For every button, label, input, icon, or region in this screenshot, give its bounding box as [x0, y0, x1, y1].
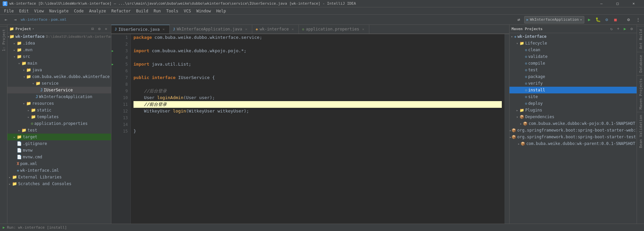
- tab-application.properties[interactable]: ⚙application.properties×: [299, 25, 369, 33]
- maven-item-14[interactable]: ▸📦org.springframework.boot:spring-boot-s…: [509, 127, 637, 134]
- tree-item-ScratchesConsoles[interactable]: ▸📁Scratches and Consoles: [7, 180, 111, 187]
- maven-item-2[interactable]: ⚙clean: [509, 47, 637, 53]
- maven-label-9: site: [528, 94, 538, 99]
- panel-dropdown-icon[interactable]: ▾: [32, 27, 34, 30]
- maven-item-0[interactable]: ▾◈wk-interface: [509, 33, 637, 40]
- side-tab-project[interactable]: 1: Project: [0, 26, 7, 54]
- toolbar-more-button[interactable]: ⋮: [634, 16, 642, 23]
- tab-close-wk-interface[interactable]: ×: [290, 27, 295, 31]
- maven-item-10[interactable]: ⚙deploy: [509, 100, 637, 107]
- tab-close-IUserService[interactable]: ×: [161, 27, 166, 32]
- minimize-button[interactable]: —: [594, 0, 609, 7]
- maven-item-9[interactable]: ⚙site: [509, 93, 637, 100]
- maven-item-16[interactable]: ▸📦com.buba.weike.dubbo:wk-parent:0.0.1-S…: [509, 140, 637, 147]
- toolbar-sync-button[interactable]: ⇄: [515, 16, 523, 23]
- menu-item-tools[interactable]: Tools: [164, 8, 181, 14]
- tab-close-application.properties[interactable]: ×: [361, 27, 366, 31]
- maximize-button[interactable]: □: [610, 0, 625, 7]
- code-line-11: //前台登录: [133, 101, 502, 108]
- code-line-6: [133, 68, 502, 74]
- tree-item-idea[interactable]: ▸📁.idea: [7, 40, 111, 47]
- toolbar-forward-button[interactable]: →: [11, 16, 19, 23]
- menu-item-build[interactable]: Build: [133, 8, 151, 14]
- menu-item-edit[interactable]: Edit: [16, 8, 32, 14]
- tree-item-com[interactable]: ▾📁com.buba.weike.dubbo.wkinterface: [7, 73, 111, 80]
- maven-item-8[interactable]: ⚙install: [509, 87, 637, 93]
- tab-WkInterfaceApplication[interactable]: JWkInterfaceApplication.java×: [170, 25, 252, 33]
- tree-item-WkInterfaceApplication[interactable]: JWkInterfaceApplication: [7, 93, 111, 100]
- tree-item-ExternalLibraries[interactable]: ▸📁External Libraries: [7, 174, 111, 180]
- menu-item-code[interactable]: Code: [71, 8, 87, 14]
- tree-item-static[interactable]: ▸📁static: [7, 107, 111, 113]
- tree-item-mvnw[interactable]: 📄mvnw: [7, 147, 111, 154]
- maven-settings-icon[interactable]: ⚙: [629, 26, 635, 32]
- tab-wk-interface[interactable]: ◈wk-interface×: [252, 25, 299, 33]
- tree-item-application.properties[interactable]: ⚙application.properties: [7, 120, 111, 127]
- menu-item-refactor[interactable]: Refactor: [109, 8, 133, 14]
- maven-item-3[interactable]: ⚙validate: [509, 53, 637, 60]
- maven-add-icon[interactable]: +: [615, 26, 621, 32]
- maven-run-icon[interactable]: ▶: [622, 26, 628, 32]
- debug-button[interactable]: 🐛: [594, 16, 602, 23]
- run-config-selector[interactable]: ▶ WkInterfaceApplication ▾: [524, 16, 584, 23]
- maven-item-5[interactable]: ⚙test: [509, 67, 637, 73]
- maven-item-1[interactable]: ▾📁Lifecycle: [509, 40, 637, 47]
- panel-gear-icon[interactable]: ⚙: [96, 26, 102, 32]
- menu-item-help[interactable]: Help: [214, 8, 229, 14]
- tree-item-templates[interactable]: ▸📁templates: [7, 113, 111, 120]
- maven-item-11[interactable]: ▸📁Plugins: [509, 107, 637, 113]
- tab-label-WkInterfaceApplication: WkInterfaceApplication.java: [177, 27, 242, 31]
- maven-item-6[interactable]: ⚙package: [509, 73, 637, 80]
- tree-item-service[interactable]: ▾📁service: [7, 80, 111, 87]
- code-content[interactable]: package com.buba.weike.dubbo.wkinterface…: [131, 34, 504, 224]
- right-side-tab-1[interactable]: Database: [637, 52, 644, 75]
- menu-item-file[interactable]: File: [1, 8, 16, 14]
- run-with-coverage-button[interactable]: ⚙: [603, 16, 610, 23]
- tree-item-IUserService[interactable]: JIUserService: [7, 87, 111, 93]
- line-number-1: 1: [115, 34, 128, 41]
- breadcrumb-project[interactable]: wk-interface: [21, 17, 47, 22]
- tree-item-target[interactable]: ▸📁target: [7, 134, 111, 140]
- maven-item-7[interactable]: ⚙verify: [509, 80, 637, 87]
- tree-item-mvnw.cmd[interactable]: 📄mvnw.cmd: [7, 154, 111, 160]
- tree-item-src[interactable]: ▾📁src: [7, 53, 111, 60]
- maven-item-13[interactable]: ▸📦com.bubua.weike.dubbo:wk-pojo:0.0.1-SN…: [509, 120, 637, 127]
- tree-item-main[interactable]: ▾📁main: [7, 60, 111, 67]
- close-button[interactable]: ✕: [626, 0, 641, 7]
- maven-item-15[interactable]: ▸📦org.springframework.boot:spring-boot-s…: [509, 134, 637, 140]
- tab-close-WkInterfaceApplication[interactable]: ×: [244, 27, 249, 31]
- line-number-10: 10: [115, 94, 128, 101]
- menu-item-analyze[interactable]: Analyze: [86, 8, 109, 14]
- tree-item-wk-interface[interactable]: ▾📁wk-interfaceD:\idealU\ideaWork\wk-inte…: [7, 33, 111, 40]
- maven-item-12[interactable]: ▾📦Dependencies: [509, 113, 637, 120]
- run-button[interactable]: ▶: [586, 16, 593, 23]
- toolbar-back-button[interactable]: ←: [2, 16, 10, 23]
- scrollbar[interactable]: [504, 34, 509, 224]
- line-number-6: 6: [115, 68, 128, 74]
- toolbar-settings-button[interactable]: ⚙: [625, 16, 633, 23]
- tree-item-.gitignore[interactable]: 📄.gitignore: [7, 140, 111, 147]
- tree-item-pom.xml[interactable]: Xpom.xml: [7, 160, 111, 167]
- tab-IUserService[interactable]: JIUserService.java×: [111, 25, 170, 33]
- menu-item-view[interactable]: View: [32, 8, 47, 14]
- maven-refresh-icon[interactable]: ↻: [608, 26, 614, 32]
- panel-hide-icon[interactable]: ✕: [103, 26, 109, 32]
- maven-icon-6: ⚙: [525, 75, 527, 79]
- tree-item-mvn[interactable]: ▸📁.mvn: [7, 47, 111, 53]
- tree-item-wk-interface.iml[interactable]: ◈wk-interface.iml: [7, 167, 111, 174]
- tree-item-resources[interactable]: ▾📁resources: [7, 100, 111, 107]
- menu-item-window[interactable]: Window: [194, 8, 213, 14]
- panel-collapse-all-icon[interactable]: ⊟: [90, 26, 96, 32]
- tree-item-test[interactable]: ▸📁test: [7, 127, 111, 134]
- maven-item-4[interactable]: ⚙compile: [509, 60, 637, 67]
- run-config-dropdown-icon[interactable]: ▾: [580, 18, 582, 21]
- menu-item-vcs[interactable]: VCS: [181, 8, 194, 14]
- menu-item-run[interactable]: Run: [151, 8, 164, 14]
- right-side-tab-2[interactable]: Maven Projects: [637, 75, 644, 112]
- right-side-tab-0[interactable]: Ant Build: [637, 26, 644, 52]
- breadcrumb-file[interactable]: pom.xml: [51, 17, 66, 22]
- right-side-tab-3[interactable]: Bean Validation: [637, 112, 644, 151]
- stop-button[interactable]: ■: [612, 16, 619, 23]
- menu-item-navigate[interactable]: Navigate: [47, 8, 71, 14]
- tree-item-java[interactable]: ▾📁java: [7, 67, 111, 73]
